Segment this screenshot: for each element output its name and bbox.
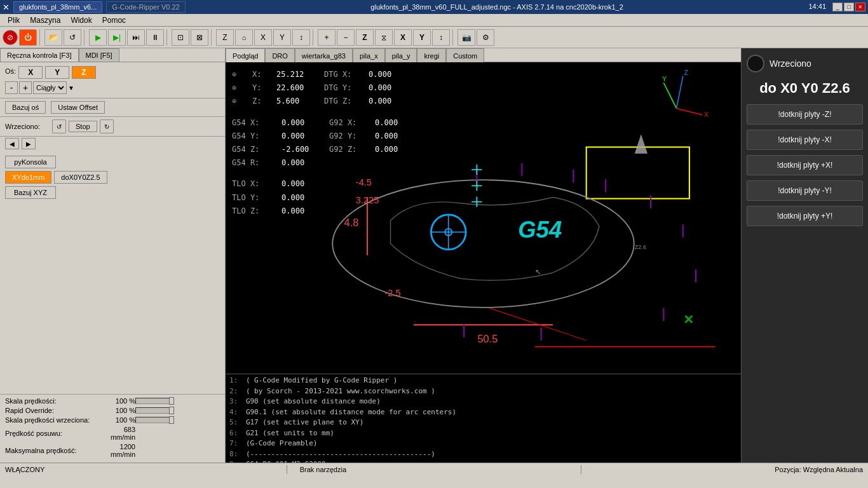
time-display: 14:41 (808, 3, 826, 11)
step-plus-button[interactable]: + (19, 81, 32, 94)
toolbar-separator-4 (211, 29, 214, 46)
tab-custom[interactable]: Custom (446, 48, 484, 62)
do-x0y0z25-button[interactable]: doX0Y0Z2.5 (54, 171, 107, 184)
spindle-cw-button[interactable]: ↻ (100, 119, 114, 133)
wrzeciono-right-label: Wrzeciono (770, 58, 811, 69)
estop-button[interactable]: ⊘ (3, 30, 18, 45)
tab-pila-x[interactable]: pila_x (353, 48, 385, 62)
menu-maszyna[interactable]: Maszyna (25, 15, 65, 26)
axis-y-button[interactable]: Y (45, 66, 69, 79)
py-konsola-button[interactable]: pyKonsola (5, 156, 56, 168)
tab-kregi[interactable]: kregi (417, 48, 446, 62)
menu-plik[interactable]: Plik (3, 15, 25, 26)
power-button[interactable]: ⏻ (19, 29, 37, 46)
dro-dtgz-val: 0.000 (369, 95, 391, 107)
status-mode: WŁĄCZONY (5, 466, 274, 473)
statusbar: WŁĄCZONY Brak narzędzia Pozycja: Względn… (0, 463, 868, 475)
tab-mdi[interactable]: MDI [F5] (79, 48, 119, 62)
g54-r-label: G54 R: (232, 157, 269, 169)
pause-button[interactable]: ⏸ (146, 29, 164, 46)
code-line-2: 2: ( by Scorch - 2013-2021 www.scorchwor… (229, 386, 737, 397)
svg-text:X: X (704, 111, 709, 118)
minimize-button[interactable]: _ (832, 3, 843, 11)
spindle-up-button[interactable]: ▶ (22, 138, 36, 149)
run-button[interactable]: ▶ (89, 29, 107, 46)
dro-dtgx-label: DTG X: (324, 69, 356, 81)
jog-plus-button[interactable]: + (318, 29, 336, 46)
reload-button[interactable]: ↺ (64, 29, 81, 46)
left-tabs: Ręczna kontrola [F3] MDI [F5] (0, 48, 225, 62)
tab-wiertarka[interactable]: wiertarka_g83 (295, 48, 353, 62)
step-minus-button[interactable]: - (5, 81, 18, 94)
camera-button[interactable]: 📷 (458, 29, 475, 46)
axis-z-button[interactable]: Z (72, 66, 95, 79)
spacer (0, 203, 225, 394)
code-panel[interactable]: 1: ( G-Code Modified by G-Code Ripper ) … (226, 374, 741, 463)
touch-off-g59-button[interactable]: ⊠ (191, 29, 208, 46)
g92-x-label: G92 X: (329, 117, 362, 129)
axis-z-btn2[interactable]: ↕ (432, 29, 450, 46)
toolbar-separator-6 (452, 29, 455, 46)
code-line-7: 7: (G-Code Preamble) (229, 438, 737, 449)
slider-val-rapid: 100 % (107, 407, 135, 414)
line-num-8: 8: (229, 450, 238, 458)
step-controls: - + Ciągły ▼ (5, 81, 220, 94)
bazuj-xyz-button[interactable]: Bazuj XYZ (5, 186, 56, 199)
bottom-buttons: pyKonsola XYdo1mm doX0Y0Z2.5 Bazuj XYZ (0, 152, 225, 203)
ustaw-offset-button[interactable]: Ustaw Offset (51, 101, 105, 114)
menu-pomoc[interactable]: Pomoc (97, 15, 131, 26)
line-num-1: 1: (229, 376, 238, 384)
tab-podglad[interactable]: Podgląd (226, 48, 265, 62)
wrzeciono-label: Wrzeciono: (5, 123, 50, 130)
dotknij-minus-z-button[interactable]: !dotknij plyty -Z! (747, 104, 863, 125)
override-z-button[interactable]: Z (356, 29, 374, 46)
xy-do-1mm-button[interactable]: XYdo1mm (5, 171, 51, 184)
slider-speed[interactable] (135, 398, 173, 404)
spindle-stop-button[interactable]: Stop (69, 121, 97, 132)
home-z-button[interactable]: Y (273, 29, 291, 46)
home-all-button[interactable]: Z (216, 29, 234, 46)
code-line-5: 5: G17 (set active plane to XY) (229, 417, 737, 428)
step-button[interactable]: ⏭ (127, 29, 145, 46)
spindle-ccw-button[interactable]: ↺ (52, 119, 66, 133)
bazuj-os-button[interactable]: Bazuj oś (5, 101, 46, 114)
spindle-down-button[interactable]: ◀ (5, 138, 19, 149)
close-icon[interactable]: ✕ (3, 3, 10, 12)
right-panel: Wrzeciono do X0 Y0 Z2.6 !dotknij plyty -… (741, 48, 868, 463)
slider-spindle[interactable] (135, 417, 173, 423)
home-x-button[interactable]: ⌂ (235, 29, 253, 46)
run-from-here-button[interactable]: ▶| (108, 29, 126, 46)
step-mode-select[interactable]: Ciągły (33, 81, 67, 94)
open-file-button[interactable]: 📂 (44, 29, 62, 46)
slider-row-rapid: Rapid Override: 100 % (5, 407, 220, 414)
limits-override-button[interactable]: ⧖ (375, 29, 393, 46)
axis-label: Oś: (5, 67, 16, 75)
settings-button[interactable]: ⚙ (477, 29, 494, 46)
dotknij-plus-y-button[interactable]: !dotknij plyty +Y! (747, 206, 863, 226)
dotknij-minus-y-button[interactable]: !dotknij plyty -Y! (747, 180, 863, 201)
dro-dtgy-label: DTG Y: (324, 82, 356, 94)
dotknij-minus-x-button[interactable]: !dotknij plyty -X! (747, 130, 863, 150)
g54-x-val: 0.000 (281, 117, 316, 129)
menu-widok[interactable]: Widok (65, 15, 97, 26)
axis-x-button[interactable]: X (18, 66, 43, 79)
tab-dro[interactable]: DRO (265, 48, 294, 62)
home-y-button[interactable]: X (254, 29, 272, 46)
maximize-button[interactable]: □ (844, 3, 854, 11)
dotknij-plus-x-button[interactable]: !dotknij plyty +X! (747, 155, 863, 175)
g54-y-label: G54 Y: (232, 130, 269, 142)
axis-x-btn[interactable]: X (394, 29, 412, 46)
toolbar-separator-3 (166, 29, 169, 46)
jog-minus-button[interactable]: − (337, 29, 355, 46)
g92-z-val: 0.000 (375, 144, 398, 156)
axis-y-btn[interactable]: Y (413, 29, 431, 46)
tab-manual-control[interactable]: Ręczna kontrola [F3] (0, 48, 79, 62)
tab-pila-y[interactable]: pila_y (385, 48, 417, 62)
touch-off-button[interactable]: ⊡ (172, 29, 189, 46)
line-num-9: 9: (229, 460, 238, 463)
slider-rapid[interactable] (135, 407, 173, 414)
tab-file1[interactable]: glukfonts_pl_38mm_v6... (13, 1, 102, 13)
close-button[interactable]: ✕ (855, 3, 865, 11)
tab-ripper[interactable]: G-Code-Ripper V0.22 (106, 1, 185, 13)
home-a-button[interactable]: ↕ (292, 29, 310, 46)
